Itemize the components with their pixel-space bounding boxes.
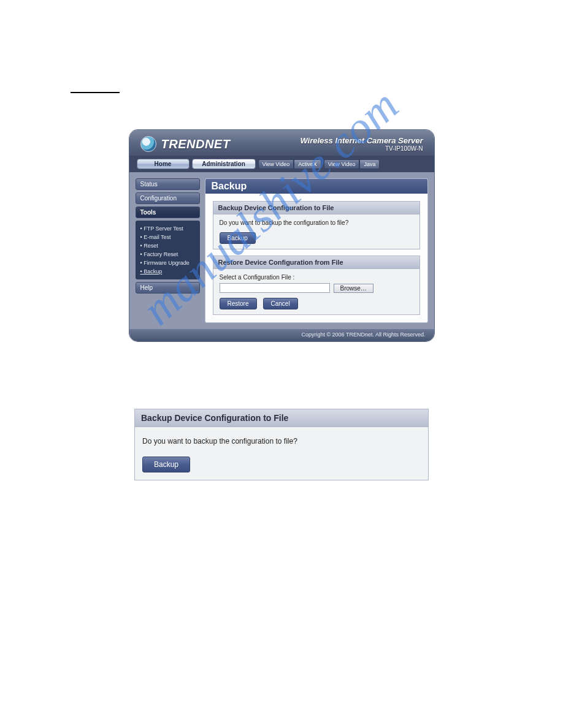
detached-backup-block: Backup Device Configuration to File Do y…: [134, 409, 429, 480]
product-title-block: Wireless Internet Camera Server TV-IP100…: [300, 136, 423, 152]
detached-backup-button[interactable]: Backup: [142, 457, 190, 472]
product-title: Wireless Internet Camera Server: [300, 136, 423, 145]
content-title: Backup: [205, 179, 427, 194]
nav-view-video-1[interactable]: View Video: [258, 159, 294, 169]
product-model: TV-IP100W-N: [300, 145, 423, 152]
panel-footer: Copyright © 2006 TRENDnet. All Rights Re…: [129, 329, 434, 341]
globe-icon: [140, 136, 156, 152]
sidebar-item-factory[interactable]: Factory Reset: [140, 250, 195, 259]
sidebar-status[interactable]: Status: [136, 178, 200, 190]
sidebar: Status Configuration Tools FTP Server Te…: [136, 178, 200, 323]
browse-button[interactable]: Browse…: [334, 284, 373, 293]
panel-header: TRENDNET Wireless Internet Camera Server…: [129, 130, 434, 156]
backup-prompt: Do you want to backup the configuration …: [220, 219, 413, 226]
logo: TRENDNET: [140, 136, 231, 152]
content-pane: Backup Backup Device Configuration to Fi…: [205, 178, 428, 323]
sidebar-tools-list: FTP Server Test E-mail Test Reset Factor…: [136, 221, 200, 279]
nav-java[interactable]: Java: [359, 159, 380, 169]
sidebar-item-backup[interactable]: Backup: [140, 267, 195, 276]
sidebar-tools[interactable]: Tools: [136, 207, 200, 218]
nav-home[interactable]: Home: [137, 159, 190, 169]
sidebar-help[interactable]: Help: [136, 282, 200, 294]
sidebar-item-reset[interactable]: Reset: [140, 241, 195, 250]
sidebar-item-email[interactable]: E-mail Test: [140, 233, 195, 241]
restore-button[interactable]: Restore: [220, 298, 257, 309]
sidebar-item-firmware[interactable]: Firmware Upgrade: [140, 259, 195, 267]
restore-file-input[interactable]: [220, 283, 330, 293]
detached-prompt: Do you want to backup the configuration …: [142, 437, 421, 446]
sidebar-configuration[interactable]: Configuration: [136, 192, 200, 204]
backup-button[interactable]: Backup: [220, 232, 256, 244]
restore-block-head: Restore Device Configuration from File: [213, 256, 419, 269]
nav-administration[interactable]: Administration: [192, 159, 256, 169]
cancel-button[interactable]: Cancel: [263, 298, 298, 309]
brand-text: TRENDNET: [161, 137, 231, 151]
detached-head: Backup Device Configuration to File: [135, 409, 428, 427]
nav-view-activex[interactable]: View Video ActiveX: [258, 159, 321, 169]
restore-block: Restore Device Configuration from File S…: [213, 256, 420, 315]
restore-label: Select a Configuration File :: [220, 274, 413, 281]
top-nav: Home Administration View Video ActiveX V…: [129, 156, 434, 172]
nav-activex[interactable]: ActiveX: [294, 159, 321, 169]
nav-view-java[interactable]: View Video Java: [324, 159, 380, 169]
backup-block-head: Backup Device Configuration to File: [213, 202, 419, 214]
nav-view-video-2[interactable]: View Video: [324, 159, 360, 169]
router-admin-panel: TRENDNET Wireless Internet Camera Server…: [129, 130, 434, 341]
backup-block: Backup Device Configuration to File Do y…: [213, 201, 420, 249]
sidebar-item-ftp[interactable]: FTP Server Test: [140, 224, 195, 233]
page-heading-underline: [71, 92, 120, 93]
